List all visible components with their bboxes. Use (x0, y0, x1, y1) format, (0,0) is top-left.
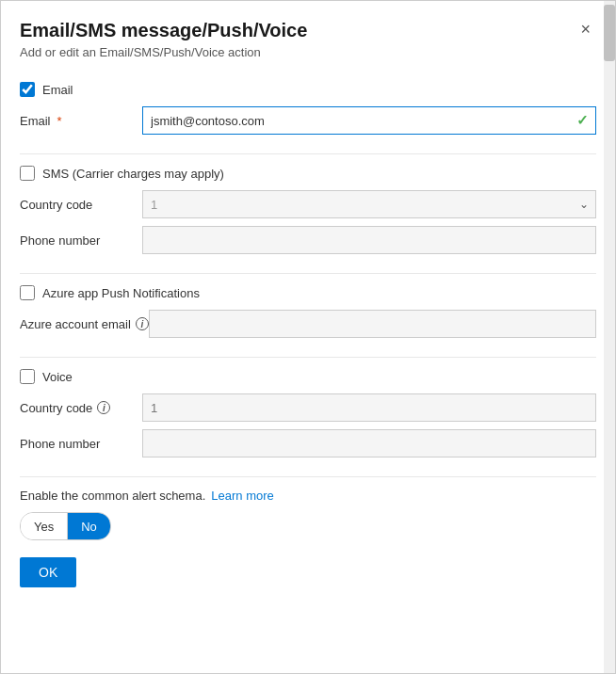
toggle-container: Yes No (20, 512, 111, 540)
close-button[interactable]: × (575, 18, 596, 41)
email-section: Email Email* ✓ (20, 82, 596, 135)
sms-phone-row: Phone number (20, 226, 596, 254)
email-checkbox[interactable] (20, 82, 35, 97)
alert-schema-label: Enable the common alert schema. (20, 489, 205, 503)
email-input[interactable] (142, 106, 596, 135)
voice-phone-row: Phone number (20, 429, 596, 457)
voice-section: Voice Country code i Phone number (20, 369, 596, 457)
required-star: * (57, 114, 62, 128)
voice-checkbox-label[interactable]: Voice (42, 370, 73, 384)
ok-button[interactable]: OK (20, 557, 76, 587)
email-checkbox-label[interactable]: Email (42, 83, 73, 97)
push-info-icon: i (136, 317, 149, 330)
toggle-row: Yes No (20, 512, 596, 540)
voice-phone-input[interactable] (142, 429, 596, 457)
divider-3 (20, 357, 596, 358)
push-account-email-row: Azure account email i (20, 310, 596, 338)
sms-country-code-label: Country code (20, 198, 142, 212)
toggle-yes-button[interactable]: Yes (21, 513, 68, 539)
voice-country-code-row: Country code i (20, 393, 596, 422)
dialog-title: Email/SMS message/Push/Voice (20, 20, 307, 41)
sms-section: SMS (Carrier charges may apply) Country … (20, 166, 596, 254)
voice-checkbox[interactable] (20, 369, 35, 384)
divider-1 (20, 153, 596, 154)
push-checkbox-row: Azure app Push Notifications (20, 285, 596, 300)
sms-checkbox-row: SMS (Carrier charges may apply) (20, 166, 596, 181)
email-field-row: Email* ✓ (20, 106, 596, 135)
email-checkbox-row: Email (20, 82, 596, 97)
dialog-header: Email/SMS message/Push/Voice Add or edit… (1, 1, 615, 67)
sms-phone-input[interactable] (142, 226, 596, 254)
voice-info-icon: i (97, 401, 110, 414)
sms-checkbox[interactable] (20, 166, 35, 181)
voice-country-code-label: Country code i (20, 401, 142, 415)
dialog-subtitle: Add or edit an Email/SMS/Push/Voice acti… (20, 45, 307, 59)
scrollbar-thumb[interactable] (604, 5, 615, 61)
voice-phone-label: Phone number (20, 437, 142, 451)
push-account-email-label: Azure account email i (20, 317, 149, 331)
sms-country-code-wrapper: 1 ⌄ (142, 190, 596, 218)
email-input-wrapper: ✓ (142, 106, 596, 135)
sms-phone-label: Phone number (20, 233, 142, 248)
sms-country-code-select[interactable]: 1 (142, 190, 596, 218)
divider-4 (20, 476, 596, 477)
divider-2 (20, 273, 596, 274)
check-icon: ✓ (576, 112, 589, 129)
scrollbar-track[interactable] (604, 1, 615, 673)
learn-more-link[interactable]: Learn more (211, 489, 273, 503)
sms-country-code-row: Country code 1 ⌄ (20, 190, 596, 218)
email-label: Email* (20, 114, 142, 128)
push-section: Azure app Push Notifications Azure accou… (20, 285, 596, 338)
push-account-email-input[interactable] (149, 310, 596, 338)
dialog-body: Email Email* ✓ SMS (Carrier charges may … (1, 67, 615, 673)
push-checkbox-label[interactable]: Azure app Push Notifications (42, 286, 200, 300)
alert-schema-row: Enable the common alert schema. Learn mo… (20, 489, 596, 503)
header-text: Email/SMS message/Push/Voice Add or edit… (20, 20, 307, 59)
toggle-no-button[interactable]: No (68, 513, 110, 539)
voice-checkbox-row: Voice (20, 369, 596, 384)
voice-country-code-input[interactable] (142, 393, 596, 422)
dialog: Email/SMS message/Push/Voice Add or edit… (0, 0, 616, 674)
sms-checkbox-label[interactable]: SMS (Carrier charges may apply) (42, 167, 224, 181)
push-checkbox[interactable] (20, 285, 35, 300)
